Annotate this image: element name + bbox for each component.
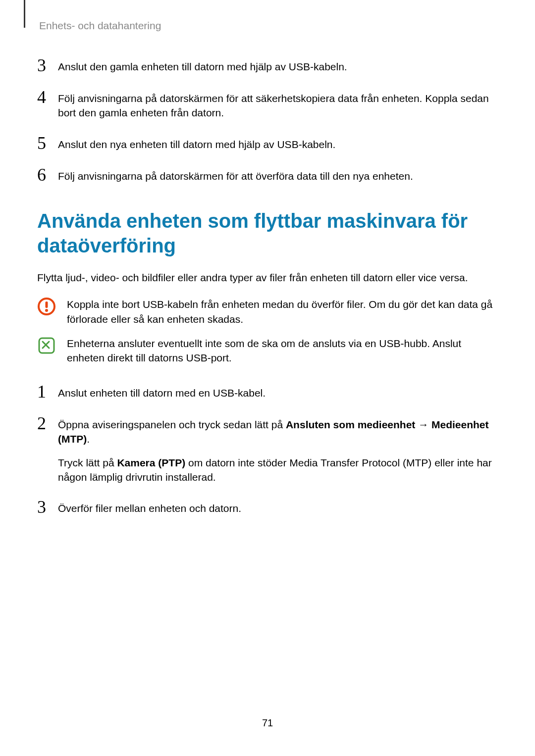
step-text: Anslut enheten till datorn med en USB-ka… bbox=[58, 383, 266, 400]
intro-text: Flytta ljud-, video- och bildfiler eller… bbox=[37, 270, 498, 285]
step-number: 2 bbox=[37, 414, 53, 432]
step-text: Anslut den nya enheten till datorn med h… bbox=[58, 134, 335, 151]
step-text: Följ anvisningarna på datorskärmen för a… bbox=[58, 88, 498, 120]
step-number: 3 bbox=[37, 56, 53, 74]
svg-rect-1 bbox=[46, 302, 48, 308]
page-header: Enhets- och datahantering bbox=[37, 20, 498, 32]
step-part: Öppna aviseringspanelen och tryck sedan … bbox=[58, 419, 286, 430]
list-item: 3 Överför filer mellan enheten och dator… bbox=[37, 498, 498, 516]
section-title: Använda enheten som flyttbar maskinvara … bbox=[37, 208, 498, 258]
note-text: Enheterna ansluter eventuellt inte som d… bbox=[67, 336, 498, 365]
note-callout: Enheterna ansluter eventuellt inte som d… bbox=[37, 336, 498, 365]
step-text: Anslut den gamla enheten till datorn med… bbox=[58, 56, 347, 74]
note-icon bbox=[37, 336, 56, 355]
step-number: 4 bbox=[37, 88, 53, 106]
step-text: Överför filer mellan enheten och datorn. bbox=[58, 498, 241, 515]
numbered-list-top: 3 Anslut den gamla enheten till datorn m… bbox=[37, 56, 498, 184]
step-number: 5 bbox=[37, 134, 53, 152]
list-item: 2 Öppna aviseringspanelen och tryck seda… bbox=[37, 414, 498, 485]
step-text: Öppna aviseringspanelen och tryck sedan … bbox=[58, 414, 498, 485]
step-sub-bold: Kamera (PTP) bbox=[117, 457, 185, 468]
list-item: 4 Följ anvisningarna på datorskärmen för… bbox=[37, 88, 498, 120]
list-item: 3 Anslut den gamla enheten till datorn m… bbox=[37, 56, 498, 74]
page-number: 71 bbox=[262, 717, 273, 729]
arrow: → bbox=[415, 419, 431, 430]
warning-icon bbox=[37, 297, 56, 316]
step-number: 6 bbox=[37, 166, 53, 184]
list-item: 1 Anslut enheten till datorn med en USB-… bbox=[37, 383, 498, 401]
step-number: 3 bbox=[37, 498, 53, 516]
step-text: Följ anvisningarna på datorskärmen för a… bbox=[58, 166, 413, 183]
list-item: 6 Följ anvisningarna på datorskärmen för… bbox=[37, 166, 498, 184]
numbered-list-bottom: 1 Anslut enheten till datorn med en USB-… bbox=[37, 383, 498, 516]
header-marker bbox=[24, 0, 25, 28]
step-period: . bbox=[87, 433, 90, 445]
step-number: 1 bbox=[37, 383, 53, 401]
step-sub: Tryck lätt på bbox=[58, 457, 117, 468]
warning-text: Koppla inte bort USB-kabeln från enheten… bbox=[67, 297, 498, 326]
warning-callout: Koppla inte bort USB-kabeln från enheten… bbox=[37, 297, 498, 326]
step-bold: Ansluten som medieenhet bbox=[286, 419, 415, 430]
svg-point-2 bbox=[45, 309, 48, 312]
list-item: 5 Anslut den nya enheten till datorn med… bbox=[37, 134, 498, 152]
